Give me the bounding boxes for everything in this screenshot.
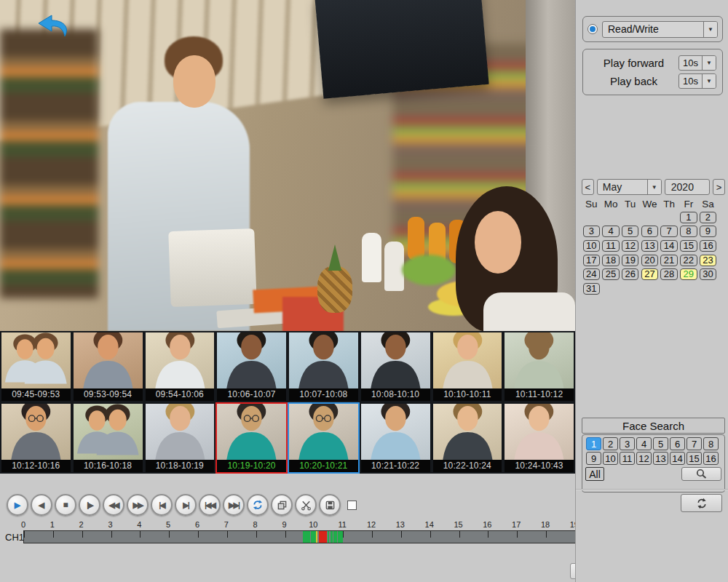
calendar-day-11[interactable]: 11	[602, 240, 620, 252]
face-search-button[interactable]	[681, 467, 721, 481]
channel-button-6[interactable]: 6	[670, 437, 685, 450]
back-icon[interactable]	[36, 13, 71, 42]
play-back-select[interactable]: 10s ▼	[678, 73, 716, 89]
channel-button-8[interactable]: 8	[703, 437, 719, 450]
loop-button[interactable]	[247, 494, 269, 516]
face-thumbnail[interactable]: 09:54-10:06	[144, 331, 216, 402]
channel-row-1: 12345678	[585, 437, 721, 450]
channel-button-9[interactable]: 9	[586, 452, 601, 465]
channel-button-11[interactable]: 11	[620, 452, 635, 465]
calendar-day-30[interactable]: 30	[700, 268, 717, 280]
calendar-day-27[interactable]: 27	[641, 268, 659, 280]
channel-button-4[interactable]: 4	[636, 437, 652, 450]
calendar-day-19[interactable]: 19	[622, 255, 639, 266]
channel-button-13[interactable]: 13	[653, 452, 668, 465]
reverse-play-button[interactable]: ◀	[31, 494, 52, 516]
frame-step-button[interactable]: |▶	[79, 494, 100, 516]
rewind-button[interactable]: ◀◀	[103, 494, 124, 516]
calendar-day-28[interactable]: 28	[660, 268, 678, 280]
hour-tick	[53, 531, 54, 538]
calendar-day-15[interactable]: 15	[680, 240, 697, 252]
calendar-day-17[interactable]: 17	[583, 255, 601, 266]
calendar-day-2[interactable]: 2	[700, 212, 717, 223]
face-thumbnail[interactable]: 10:18-10:19	[144, 402, 216, 474]
calendar-day-21[interactable]: 21	[660, 255, 678, 266]
face-thumbnail[interactable]: 10:08-10:10	[360, 331, 432, 402]
copy-button[interactable]	[271, 494, 293, 516]
channel-button-10[interactable]: 10	[603, 452, 618, 465]
calendar-day-31[interactable]: 31	[583, 283, 601, 295]
calendar-next-button[interactable]: >	[713, 179, 725, 195]
calendar-day-3[interactable]: 3	[583, 226, 601, 237]
chevron-down-icon[interactable]: ▼	[702, 74, 716, 88]
chevron-down-icon[interactable]: ▼	[647, 180, 661, 194]
face-thumbnail[interactable]: 10:21-10:22	[360, 402, 432, 474]
calendar-year-field[interactable]: 2020	[665, 179, 710, 195]
calendar-month-select[interactable]: May ▼	[597, 179, 662, 195]
channel-button-3[interactable]: 3	[620, 437, 635, 450]
calendar-day-10[interactable]: 10	[583, 240, 601, 252]
refresh-button[interactable]	[681, 494, 722, 512]
face-thumbnail[interactable]: 10:10-10:11	[432, 331, 504, 402]
chevron-down-icon[interactable]: ▼	[703, 22, 717, 37]
channel-button-2[interactable]: 2	[603, 437, 618, 450]
sync-checkbox[interactable]	[347, 501, 357, 510]
record-mode-radio[interactable]	[587, 24, 598, 34]
calendar-day-7[interactable]: 7	[660, 226, 678, 237]
video-customer-face	[475, 211, 521, 274]
face-thumbnail[interactable]: 09:53-09:54	[72, 331, 144, 402]
face-thumbnail[interactable]: 10:24-10:43	[503, 402, 575, 474]
channel-button-12[interactable]: 12	[636, 452, 652, 465]
calendar-day-29[interactable]: 29	[680, 268, 697, 280]
calendar-day-26[interactable]: 26	[622, 268, 639, 280]
calendar-day-20[interactable]: 20	[641, 255, 659, 266]
play-button[interactable]: ▶	[7, 494, 28, 516]
calendar-day-23[interactable]: 23	[700, 255, 717, 266]
chevron-down-icon[interactable]: ▼	[702, 56, 716, 70]
calendar-day-13[interactable]: 13	[641, 240, 659, 252]
face-thumbnail[interactable]: 10:16-10:18	[72, 402, 144, 474]
face-thumbnail[interactable]: 10:06-10:07	[215, 331, 288, 402]
channel-button-1[interactable]: 1	[586, 437, 601, 450]
face-thumbnail[interactable]: 10:11-10:12	[503, 331, 575, 402]
record-mode-select[interactable]: Read/Write ▼	[602, 21, 718, 38]
channel-button-15[interactable]: 15	[687, 452, 702, 465]
calendar-day-6[interactable]: 6	[641, 226, 659, 237]
calendar-day-22[interactable]: 22	[680, 255, 697, 266]
face-thumbnail[interactable]: 10:22-10:24	[432, 402, 504, 474]
calendar-day-16[interactable]: 16	[700, 240, 717, 252]
prev-frame-button[interactable]: |◀	[151, 494, 173, 516]
face-thumbnail[interactable]: 10:19-10:20	[215, 402, 288, 474]
calendar-day-12[interactable]: 12	[622, 240, 639, 252]
channel-button-5[interactable]: 5	[653, 437, 668, 450]
calendar-day-8[interactable]: 8	[680, 226, 697, 237]
save-button[interactable]	[319, 494, 341, 516]
cut-button[interactable]	[295, 494, 317, 516]
face-thumbnail[interactable]: 10:20-10:21	[288, 402, 360, 474]
play-back-value: 10s	[679, 76, 702, 87]
calendar-day-24[interactable]: 24	[583, 268, 601, 280]
stop-button[interactable]: ■	[55, 494, 76, 516]
next-file-button[interactable]: ▶▶|	[223, 494, 245, 516]
calendar-day-25[interactable]: 25	[602, 268, 620, 280]
face-thumbnail[interactable]: 10:12-10:16	[0, 402, 72, 474]
calendar-day-18[interactable]: 18	[602, 255, 620, 266]
calendar-day-14[interactable]: 14	[660, 240, 678, 252]
face-thumbnail[interactable]: 09:45-09:53	[0, 331, 72, 402]
calendar-day-9[interactable]: 9	[700, 226, 717, 237]
fast-forward-button[interactable]: ▶▶	[127, 494, 149, 516]
all-channels-button[interactable]: All	[585, 467, 604, 481]
calendar-prev-button[interactable]: <	[582, 179, 594, 195]
play-forward-select[interactable]: 10s ▼	[678, 55, 716, 71]
day-of-week-label: Th	[660, 199, 679, 210]
calendar-day-4[interactable]: 4	[602, 226, 620, 237]
thumbnail-timestamp: 10:08-10:10	[361, 388, 430, 401]
prev-file-button[interactable]: |◀◀	[199, 494, 221, 516]
next-frame-button[interactable]: ▶|	[175, 494, 197, 516]
channel-button-14[interactable]: 14	[670, 452, 685, 465]
channel-button-16[interactable]: 16	[703, 452, 719, 465]
calendar-day-5[interactable]: 5	[622, 226, 639, 237]
channel-button-7[interactable]: 7	[687, 437, 702, 450]
face-thumbnail[interactable]: 10:07-10:08	[288, 331, 360, 402]
calendar-day-1[interactable]: 1	[680, 212, 697, 223]
